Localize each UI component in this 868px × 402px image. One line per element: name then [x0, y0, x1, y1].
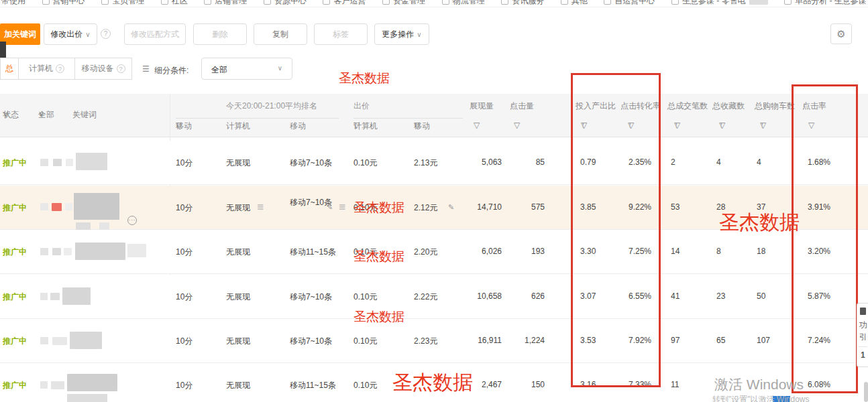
- filter-funnel-icon[interactable]: ▽: [514, 121, 520, 130]
- table-row: 推广中 10分 无展现 移动7~10条 0.10元 2.23元 16,911 1…: [0, 319, 868, 363]
- list-icon[interactable]: ≣: [257, 202, 264, 212]
- sort-up-icon[interactable]: ↑: [510, 100, 514, 110]
- cell-bid-mobile[interactable]: 2.23元: [414, 336, 454, 347]
- cell-bid-pc[interactable]: 0.10元: [354, 380, 394, 391]
- more-options-icon[interactable]: ···: [127, 216, 137, 225]
- modify-bid-button[interactable]: 修改出价∨: [44, 23, 97, 45]
- cell-bid-pc[interactable]: 0.10元: [354, 202, 394, 214]
- filter-funnel-icon[interactable]: ▽: [354, 121, 360, 130]
- gear-icon[interactable]: ⚙: [830, 23, 852, 44]
- list-icon[interactable]: ≣: [339, 202, 346, 212]
- redacted-keyword-block: [53, 159, 62, 166]
- header-cvr[interactable]: 点击转化率: [620, 100, 661, 112]
- tab-mobile-device[interactable]: 移动设备?: [74, 58, 132, 80]
- edit-pencil-icon[interactable]: ✎: [327, 203, 333, 212]
- header-roi[interactable]: 投入产出比: [576, 100, 616, 112]
- filter-dropdown[interactable]: 全部 ∨: [201, 58, 292, 80]
- tab-total[interactable]: 总: [0, 58, 19, 80]
- nav-item-logistics[interactable]: 物流管理: [442, 0, 485, 7]
- redacted-keyword-block: [67, 374, 117, 391]
- filter-funnel-icon[interactable]: ▽: [474, 121, 480, 130]
- chevron-down-icon: ∨: [85, 31, 90, 38]
- nav-item-other[interactable]: 其他: [561, 0, 588, 7]
- cell-bid-mobile[interactable]: 2.22元: [414, 291, 454, 303]
- checkbox-icon[interactable]: [784, 0, 792, 5]
- menu-icon: ☰: [142, 64, 150, 74]
- cell-impressions: 2,467: [462, 380, 502, 389]
- nav-item-sycm-analysis[interactable]: 单品分析 - 生意参谋: [784, 0, 867, 7]
- checkbox-icon[interactable]: [42, 0, 50, 5]
- checkbox-icon[interactable]: [382, 0, 390, 5]
- checkbox-icon[interactable]: [323, 0, 330, 5]
- filter-funnel-icon: ▽: [628, 121, 634, 130]
- cell-bid-mobile[interactable]: 2.13元: [414, 157, 454, 169]
- group-underline: [176, 118, 339, 119]
- checkbox-icon[interactable]: [604, 0, 611, 5]
- cell-cvr: 9.22%: [619, 202, 651, 212]
- nav-item-selfop[interactable]: 自运营中心: [604, 0, 655, 7]
- more-actions-button[interactable]: 更多操作∨: [374, 23, 429, 45]
- checkbox-icon[interactable]: [501, 0, 508, 5]
- tag-button[interactable]: 标签: [314, 23, 368, 45]
- chevron-down-icon: ∨: [3, 109, 9, 119]
- header-rank-mobile-pos[interactable]: 移动: [290, 121, 306, 132]
- cell-rank-mobile: 10分: [176, 247, 223, 258]
- filter-funnel-icon: ▽: [674, 121, 680, 130]
- edit-pencil-icon[interactable]: ✎: [448, 203, 454, 212]
- nav-item-customer[interactable]: 客户运营: [323, 0, 366, 7]
- header-carts[interactable]: 总购物车数: [755, 100, 795, 112]
- sort-up-icon[interactable]: ↑: [72, 109, 76, 119]
- checkbox-icon[interactable]: [161, 0, 168, 5]
- copy-button[interactable]: 复制: [254, 23, 307, 45]
- status-badge: 推广中: [3, 291, 35, 303]
- checkbox-icon[interactable]: [101, 0, 109, 5]
- vertical-scrollbar-thumb[interactable]: [864, 382, 868, 402]
- cell-bid-pc[interactable]: 0.10元: [354, 291, 394, 303]
- cell-carts: 37: [757, 202, 786, 212]
- checkbox-icon[interactable]: [442, 0, 449, 5]
- header-rank-pc[interactable]: 计算机: [226, 121, 250, 132]
- cell-bid-pc[interactable]: 0.10元: [354, 157, 394, 169]
- redacted-keyword-block[interactable]: [40, 159, 48, 166]
- cell-rank-mobile: 10分: [176, 336, 223, 347]
- cell-ctr: 3.20%: [797, 247, 830, 256]
- delete-button[interactable]: 删除: [193, 23, 247, 45]
- add-keyword-button[interactable]: 加关键词: [0, 23, 40, 45]
- nav-item-funds[interactable]: 资金管理: [382, 0, 425, 7]
- filter-funnel-icon[interactable]: ▽: [414, 121, 420, 130]
- nav-item-shop[interactable]: 店铺管理: [204, 0, 247, 7]
- cell-orders: 41: [671, 291, 700, 301]
- nav-item-marketing[interactable]: 营销中心: [42, 0, 85, 7]
- sort-up-icon[interactable]: ↑: [802, 100, 806, 110]
- cell-bid-pc[interactable]: 0.10元: [354, 247, 394, 258]
- cell-bid-pc[interactable]: 0.10元: [354, 336, 394, 347]
- nav-item-news[interactable]: 资讯服务: [501, 0, 544, 7]
- info-icon: ?: [56, 64, 64, 73]
- redacted-keyword-block: [40, 248, 48, 255]
- redacted-keyword-block: [66, 159, 73, 166]
- cell-orders: 2: [671, 157, 700, 167]
- table-header: 状态 ∨ 全部 ∨ 关键词 ↑ 今天20:00-21:00平均排名 出价 移动 …: [0, 94, 868, 137]
- sort-up-icon[interactable]: ↑: [470, 100, 474, 110]
- cell-bid-mobile[interactable]: 2.20元: [414, 247, 454, 258]
- checkbox-icon[interactable]: [204, 0, 211, 5]
- nav-item-sycm-retail[interactable]: 生意参谋 - 零售电: [671, 0, 768, 7]
- header-orders[interactable]: 总成交笔数: [667, 100, 708, 112]
- nav-item-items[interactable]: 宝贝管理: [101, 0, 144, 7]
- nav-item-community[interactable]: 社区: [161, 0, 188, 7]
- nav-item-partial[interactable]: 带使用: [1, 0, 25, 7]
- feature-guide-widget[interactable]: 功 引 1: [857, 303, 868, 367]
- header-favs[interactable]: 总收藏数: [712, 100, 745, 112]
- filter-funnel-icon[interactable]: ▽: [808, 121, 814, 130]
- modify-match-button[interactable]: 修改匹配方式: [124, 23, 186, 45]
- cell-roi: 3.53: [580, 336, 614, 345]
- nav-item-resource[interactable]: 资源中心: [264, 0, 307, 7]
- checkbox-icon[interactable]: [561, 0, 568, 5]
- info-icon[interactable]: ?: [101, 29, 111, 39]
- filter-funnel-icon[interactable]: ▽: [176, 121, 182, 130]
- redacted-keyword-block: [127, 244, 146, 257]
- tab-computer[interactable]: 计算机?: [18, 58, 75, 80]
- cell-ctr: 1.68%: [797, 157, 830, 167]
- checkbox-icon[interactable]: [671, 0, 679, 5]
- checkbox-icon[interactable]: [264, 0, 271, 5]
